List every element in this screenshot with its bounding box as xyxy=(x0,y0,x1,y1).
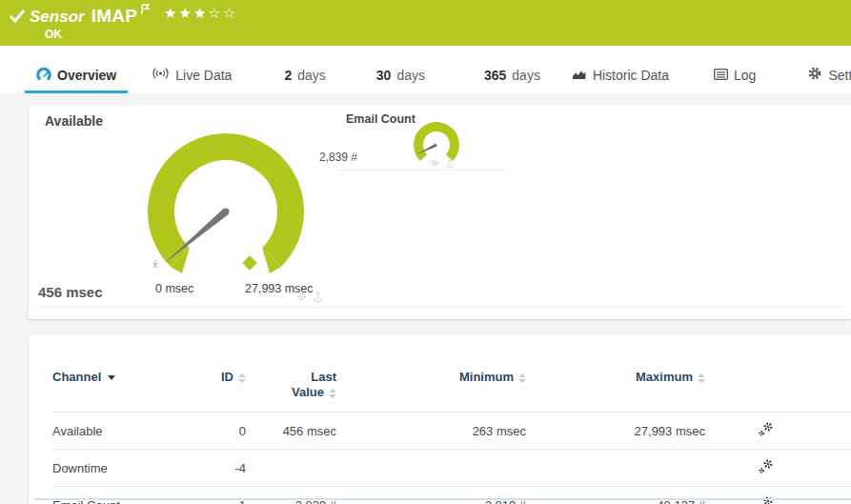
tab-2-days[interactable]: 2 days xyxy=(284,59,325,93)
available-tile-actions xyxy=(295,290,324,307)
available-gauge-value: 456 msec xyxy=(38,284,103,300)
column-header-id[interactable]: ID xyxy=(191,335,246,413)
gear-icon xyxy=(807,66,822,84)
tab-live-data[interactable]: Live Data xyxy=(152,59,232,93)
cell-spacer xyxy=(781,487,851,504)
stars-empty: ☆☆ xyxy=(208,5,237,22)
tab-label: Overview xyxy=(57,68,116,83)
tab-overview[interactable]: Overview xyxy=(25,59,128,93)
cell-maximum xyxy=(526,450,705,487)
cell-channel: Email Count xyxy=(52,487,191,504)
cell-last-value xyxy=(246,450,336,487)
header-label: Last xyxy=(246,370,336,385)
sort-icon xyxy=(518,373,526,383)
table-row-email-count: Email Count 1 2,839 # 2,819 # 40,137 # xyxy=(52,487,851,504)
table-row-downtime: Downtime -4 xyxy=(52,450,851,487)
tab-log[interactable]: Log xyxy=(714,59,756,93)
header-label: ID xyxy=(221,370,233,384)
cell-id: -4 xyxy=(191,450,246,487)
channel-settings-gears-icon[interactable] xyxy=(758,458,774,477)
cell-actions xyxy=(705,413,781,450)
cell-spacer xyxy=(781,450,851,487)
sort-icon xyxy=(698,373,705,383)
area-chart-icon xyxy=(572,68,587,83)
sort-icon xyxy=(329,389,336,398)
cell-spacer xyxy=(781,413,851,450)
column-header-actions xyxy=(705,335,781,413)
tab-unit: days xyxy=(297,68,326,83)
tab-bar: Overview Live Data 2 days 30 days 365 da… xyxy=(0,46,851,93)
column-header-channel[interactable]: Channel xyxy=(52,335,191,413)
column-header-spacer xyxy=(781,335,851,413)
tab-unit: days xyxy=(396,68,425,83)
cell-minimum: 2,819 # xyxy=(336,487,526,504)
priority-stars[interactable]: ★★★☆☆ xyxy=(164,5,237,22)
tab-historic-data[interactable]: Historic Data xyxy=(572,59,669,93)
column-header-maximum[interactable]: Maximum xyxy=(526,335,705,413)
tab-num: 365 xyxy=(484,68,506,83)
cell-maximum: 40,137 # xyxy=(526,487,705,504)
email-count-gauge-title: Email Count xyxy=(346,112,415,126)
tile-divider xyxy=(340,170,505,171)
header-label: Maximum xyxy=(636,370,693,384)
sensor-name: IMAP xyxy=(91,6,138,26)
column-header-minimum[interactable]: Minimum xyxy=(336,335,526,413)
tab-label: Live Data xyxy=(175,68,232,83)
tab-label: Settings xyxy=(828,68,851,83)
tab-30-days[interactable]: 30 days xyxy=(376,59,425,93)
flag-icon[interactable] xyxy=(140,2,151,18)
cell-id: 1 xyxy=(191,487,246,504)
gauge-scale-min: 0 msec xyxy=(155,282,193,295)
cell-id: 0 xyxy=(191,413,246,450)
cell-last-value: 456 msec xyxy=(246,413,336,450)
column-header-last-value[interactable]: Last Value xyxy=(246,335,336,413)
header-label: Minimum xyxy=(459,370,514,384)
log-icon xyxy=(714,68,728,83)
tab-label: Log xyxy=(734,68,756,83)
header-label: Value xyxy=(292,385,324,399)
row-highlight-edge xyxy=(34,498,851,500)
gauges-panel: Available x̄ 0 msec 27,993 msec 456 msec… xyxy=(29,105,851,319)
cell-maximum: 27,993 msec xyxy=(526,413,705,450)
sort-desc-icon xyxy=(108,375,115,380)
tab-num: 30 xyxy=(376,68,392,83)
status-badge: OK xyxy=(45,28,62,41)
table-header-row: Channel ID Last Value Minimum Maximum xyxy=(52,335,851,413)
tile-divider xyxy=(36,307,843,308)
gear-icon[interactable] xyxy=(295,290,308,307)
tab-label: Historic Data xyxy=(593,68,669,83)
available-gauge-title: Available xyxy=(45,113,103,129)
cell-actions xyxy=(705,450,781,487)
channel-table: Channel ID Last Value Minimum Maximum Av… xyxy=(52,335,851,504)
pin-icon[interactable] xyxy=(312,290,324,307)
cell-channel: Downtime xyxy=(52,450,191,487)
tab-settings[interactable]: Settings xyxy=(807,59,851,93)
cell-minimum xyxy=(336,450,526,487)
cell-actions xyxy=(705,487,781,504)
sensor-header: SensorIMAP ★★★☆☆ OK xyxy=(0,0,851,46)
email-count-gauge-value: 2,839 # xyxy=(286,151,357,164)
gauge-icon xyxy=(36,67,51,84)
sort-icon xyxy=(238,373,246,383)
cell-channel: Available xyxy=(52,413,191,450)
cell-minimum: 263 msec xyxy=(336,413,526,450)
page-title: SensorIMAP xyxy=(30,6,151,27)
overview-content: Available x̄ 0 msec 27,993 msec 456 msec… xyxy=(0,93,851,504)
cell-last-value: 2,839 # xyxy=(246,487,336,504)
average-marker: x̄ xyxy=(153,259,158,270)
table-row-available: Available 0 456 msec 263 msec 27,993 mse… xyxy=(52,413,851,450)
stars-filled: ★★★ xyxy=(164,5,208,22)
check-icon xyxy=(9,9,26,27)
tab-num: 2 xyxy=(284,68,292,83)
tab-365-days[interactable]: 365 days xyxy=(484,59,540,93)
sensor-type-label: Sensor xyxy=(30,8,85,26)
broadcast-icon xyxy=(152,67,170,83)
header-label: Channel xyxy=(52,370,101,384)
channel-settings-gears-icon[interactable] xyxy=(758,421,774,440)
channel-table-panel: Channel ID Last Value Minimum Maximum Av… xyxy=(29,335,851,504)
tab-unit: days xyxy=(512,68,540,83)
